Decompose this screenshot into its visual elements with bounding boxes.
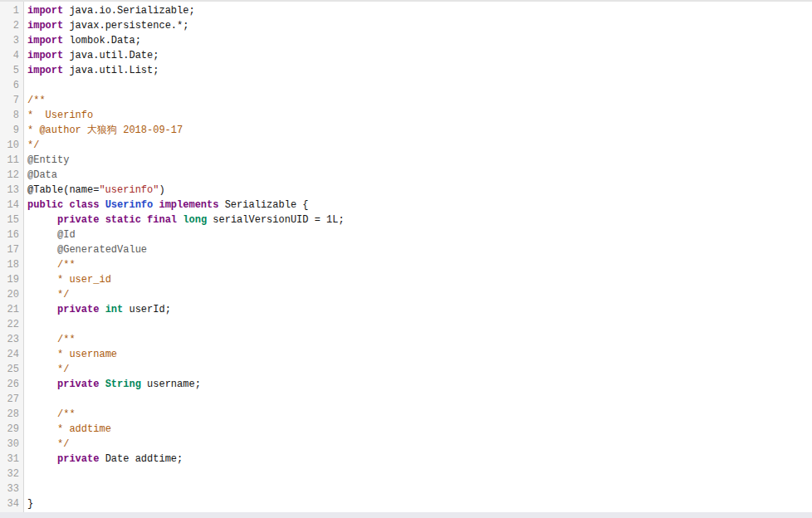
code-line[interactable]: 22 (0, 317, 812, 332)
code-line[interactable]: 25 */ (0, 362, 812, 377)
code-line[interactable]: 4import java.util.Date; (0, 48, 812, 63)
line-number: 1 (0, 3, 23, 18)
code-line[interactable]: 11@Entity (0, 153, 812, 168)
code-token: * @author 大狼狗 2018-09-17 (27, 125, 183, 136)
code-line[interactable]: 1import java.io.Serializable; (0, 3, 812, 18)
code-text (23, 317, 27, 332)
line-number: 20 (0, 287, 23, 302)
code-token (99, 304, 105, 315)
code-line[interactable]: 5import java.util.List; (0, 63, 812, 78)
code-line[interactable]: 21 private int userId; (0, 302, 812, 317)
code-token: long (183, 214, 207, 226)
line-number: 27 (0, 392, 23, 407)
code-token: import (27, 20, 63, 32)
code-line[interactable]: 19 * user_id (0, 272, 812, 287)
line-number: 19 (0, 272, 23, 287)
code-text: import javax.persistence.*; (23, 18, 188, 33)
code-token: userId; (123, 304, 171, 315)
code-line[interactable]: 29 * addtime (0, 422, 812, 437)
code-line[interactable]: 2import javax.persistence.*; (0, 18, 812, 33)
code-text: private Date addtime; (23, 452, 183, 467)
code-line[interactable]: 3import lombok.Data; (0, 33, 812, 48)
code-token: * username (57, 349, 117, 360)
top-border (0, 0, 812, 2)
code-token (27, 214, 57, 226)
line-number: 8 (0, 108, 23, 123)
line-number: 32 (0, 467, 23, 481)
code-token: * Userinfo (27, 110, 93, 121)
line-number: 21 (0, 302, 23, 317)
code-line[interactable]: 33 (0, 481, 812, 496)
code-token (27, 229, 57, 241)
code-token: Userinfo (105, 199, 154, 211)
code-token (99, 379, 105, 390)
code-line[interactable]: 15 private static final long serialVersi… (0, 213, 812, 227)
code-token: */ (57, 289, 69, 301)
code-token: String (105, 379, 141, 390)
code-line[interactable]: 7/** (0, 93, 812, 108)
code-line[interactable]: 20 */ (0, 287, 812, 302)
code-line[interactable]: 23 /** (0, 332, 812, 347)
code-token (27, 334, 57, 345)
line-number: 17 (0, 242, 23, 257)
code-editor: 1import java.io.Serializable;2import jav… (0, 0, 812, 518)
code-token: import (27, 5, 63, 17)
line-number: 25 (0, 362, 23, 377)
code-token: Date addtime; (99, 453, 183, 465)
code-token (27, 349, 57, 360)
code-line[interactable]: 13@Table(name="userinfo") (0, 183, 812, 198)
code-line[interactable]: 24 * username (0, 347, 812, 362)
code-line[interactable]: 18 /** (0, 257, 812, 272)
code-line[interactable]: 28 /** (0, 407, 812, 422)
code-line[interactable]: 16 @Id (0, 227, 812, 242)
code-token: public (27, 199, 63, 211)
code-token: import (27, 50, 63, 61)
code-line[interactable]: 32 (0, 467, 812, 481)
line-number: 14 (0, 198, 23, 213)
code-token: username; (141, 379, 201, 390)
code-token: java.util.Date; (63, 50, 159, 61)
code-token: class (69, 199, 99, 211)
line-number: 9 (0, 123, 23, 138)
code-line[interactable]: 10*/ (0, 138, 812, 153)
line-number: 24 (0, 347, 23, 362)
code-token: private (57, 453, 99, 465)
line-number: 18 (0, 257, 23, 272)
code-token (27, 244, 57, 256)
code-line[interactable]: 17 @GeneratedValue (0, 242, 812, 257)
code-line[interactable]: 6 (0, 78, 812, 93)
code-text: */ (23, 437, 69, 452)
code-line[interactable]: 12@Data (0, 168, 812, 183)
code-token: serialVersionUID = 1L; (207, 214, 345, 226)
line-number: 26 (0, 377, 23, 392)
code-line[interactable]: 30 */ (0, 437, 812, 452)
code-token: */ (57, 364, 69, 375)
code-token: final (147, 214, 177, 226)
code-line[interactable]: 8* Userinfo (0, 108, 812, 123)
line-number: 30 (0, 437, 23, 452)
code-text: */ (23, 362, 69, 377)
code-line[interactable]: 31 private Date addtime; (0, 452, 812, 467)
code-token: static (105, 214, 141, 226)
code-text: private String username; (23, 377, 201, 392)
code-text (23, 481, 27, 496)
code-text: import lombok.Data; (23, 33, 141, 48)
code-text: * addtime (23, 422, 111, 437)
code-line[interactable]: 14public class Userinfo implements Seria… (0, 198, 812, 213)
line-number: 4 (0, 48, 23, 63)
code-token: lombok.Data; (63, 35, 141, 46)
code-line[interactable]: 26 private String username; (0, 377, 812, 392)
code-text: import java.util.Date; (23, 48, 159, 63)
code-text: import java.io.Serializable; (23, 3, 195, 18)
code-line[interactable]: 9* @author 大狼狗 2018-09-17 (0, 123, 812, 138)
code-token: int (105, 304, 124, 315)
code-text: * @author 大狼狗 2018-09-17 (23, 123, 183, 138)
line-number: 33 (0, 481, 23, 496)
code-line[interactable]: 27 (0, 392, 812, 407)
line-number: 13 (0, 183, 23, 198)
code-text: @Data (23, 168, 57, 183)
horizontal-scrollbar[interactable] (0, 512, 812, 518)
code-token: java.io.Serializable; (63, 5, 194, 17)
code-line[interactable]: 34} (0, 496, 812, 511)
code-text (23, 78, 27, 93)
